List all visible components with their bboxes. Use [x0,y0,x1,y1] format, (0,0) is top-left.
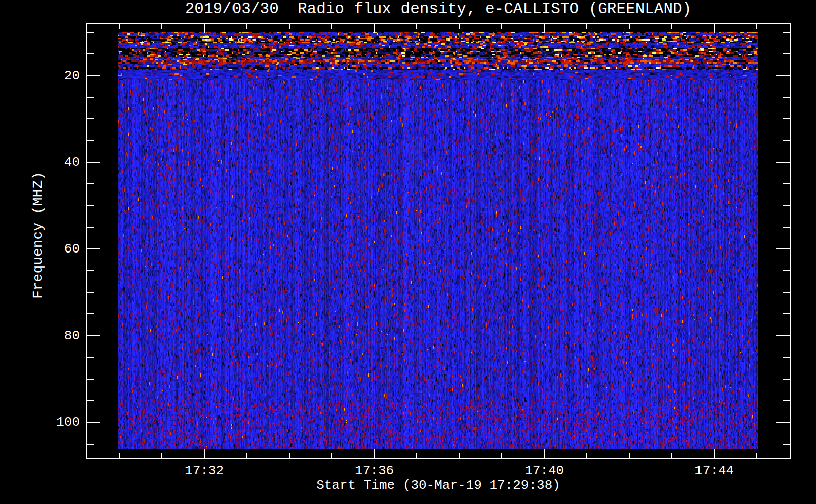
x-minor-tick-bottom [586,453,587,458]
y-tick-label: 20 [24,68,80,83]
x-major-tick-bottom [204,449,205,458]
y-minor-tick-left [87,379,94,380]
x-tick-label: 17:36 [331,463,417,478]
x-minor-tick-bottom [756,453,757,458]
x-minor-tick-bottom [119,453,120,458]
x-minor-tick-top [289,24,290,29]
y-major-tick-right [776,422,790,423]
y-minor-tick-right [783,227,790,228]
plot-frame [86,23,791,459]
y-minor-tick-right [783,97,790,98]
y-minor-tick-right [783,357,790,358]
y-minor-tick-left [87,313,94,314]
spectrogram-figure: 2019/03/30 Radio flux density, e-CALLIST… [0,0,816,504]
x-minor-tick-top [756,24,757,29]
x-major-tick-top [714,24,715,33]
y-minor-tick-left [87,183,94,184]
y-minor-tick-left [87,118,94,119]
y-minor-tick-left [87,292,94,293]
x-minor-tick-top [629,24,630,29]
y-minor-tick-right [783,183,790,184]
y-major-tick-left [87,248,100,249]
x-minor-tick-top [416,24,417,29]
x-minor-tick-top [246,24,247,29]
y-minor-tick-left [87,32,94,33]
x-major-tick-top [204,24,205,33]
y-major-tick-right [776,248,790,249]
y-minor-tick-right [783,379,790,380]
x-minor-tick-bottom [629,453,630,458]
y-minor-tick-right [783,205,790,206]
y-major-tick-left [87,75,100,76]
x-minor-tick-top [501,24,502,29]
x-tick-label: 17:40 [501,463,587,478]
y-minor-tick-right [783,32,790,33]
y-major-tick-right [776,162,790,163]
y-minor-tick-left [87,140,94,141]
y-minor-tick-right [783,444,790,445]
y-minor-tick-left [87,53,94,54]
y-minor-tick-left [87,97,94,98]
y-minor-tick-right [783,270,790,271]
x-axis-title: Start Time (30-Mar-19 17:29:38) [211,477,665,494]
x-minor-tick-bottom [331,453,332,458]
chart-title: 2019/03/30 Radio flux density, e-CALLIST… [85,0,791,20]
y-minor-tick-right [783,313,790,314]
x-minor-tick-top [161,24,162,29]
x-major-tick-top [544,24,545,33]
y-axis-title: Frequency (MHZ) [30,135,47,336]
y-major-tick-right [776,75,790,76]
x-minor-tick-bottom [289,453,290,458]
x-minor-tick-top [671,24,672,29]
x-tick-label: 17:44 [671,463,757,478]
x-minor-tick-bottom [459,453,460,458]
y-minor-tick-left [87,270,94,271]
x-minor-tick-top [459,24,460,29]
x-major-tick-bottom [374,449,375,458]
y-minor-tick-left [87,357,94,358]
y-minor-tick-left [87,444,94,445]
y-minor-tick-right [783,292,790,293]
x-minor-tick-top [119,24,120,29]
y-minor-tick-right [783,53,790,54]
x-major-tick-bottom [544,449,545,458]
x-minor-tick-bottom [246,453,247,458]
x-major-tick-bottom [714,449,715,458]
y-minor-tick-right [783,140,790,141]
x-major-tick-top [374,24,375,33]
y-minor-tick-right [783,118,790,119]
x-tick-label: 17:32 [161,463,247,478]
y-tick-label: 100 [24,415,80,430]
x-minor-tick-top [331,24,332,29]
x-minor-tick-bottom [416,453,417,458]
y-minor-tick-left [87,205,94,206]
x-minor-tick-top [586,24,587,29]
y-major-tick-left [87,162,100,163]
x-minor-tick-bottom [161,453,162,458]
y-major-tick-left [87,422,100,423]
x-minor-tick-bottom [501,453,502,458]
y-minor-tick-right [783,400,790,401]
y-minor-tick-left [87,227,94,228]
x-minor-tick-bottom [671,453,672,458]
y-major-tick-left [87,335,100,336]
y-major-tick-right [776,335,790,336]
y-minor-tick-left [87,400,94,401]
